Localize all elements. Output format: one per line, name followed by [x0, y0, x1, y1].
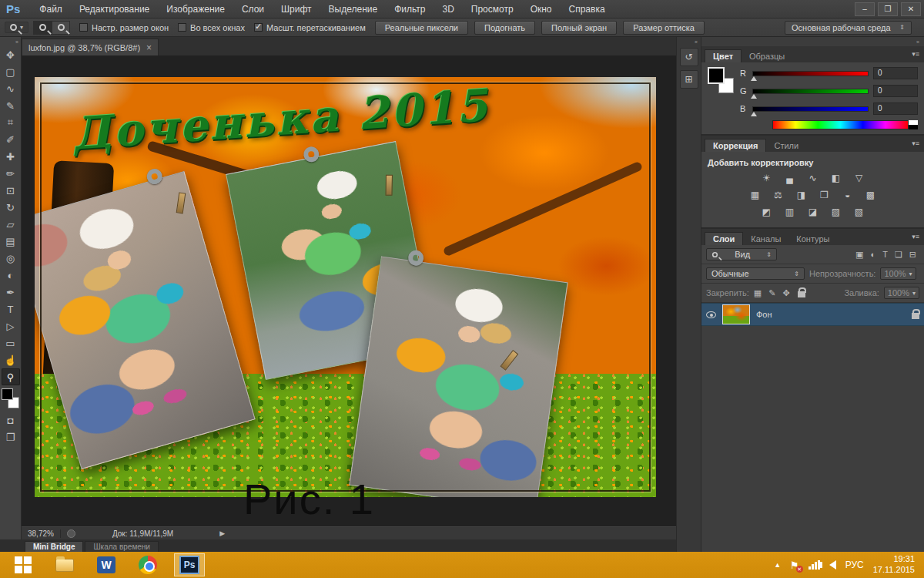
- collapse-dock-icon[interactable]: »: [701, 37, 924, 46]
- word-button[interactable]: W: [91, 553, 122, 576]
- document-canvas[interactable]: Доченька 2015: [35, 77, 656, 497]
- start-button[interactable]: [8, 553, 38, 576]
- history-brush-tool[interactable]: ↻: [2, 199, 20, 216]
- options-button[interactable]: Реальные пиксели: [375, 21, 468, 35]
- eyedropper-tool[interactable]: ✐: [2, 131, 20, 148]
- lock-option-icon[interactable]: ✎: [768, 288, 775, 298]
- adjustment-icon[interactable]: ▩: [863, 189, 879, 201]
- color-spectrum-bar[interactable]: [772, 120, 909, 129]
- quick-mask-button[interactable]: ◘: [2, 412, 20, 428]
- hand-tool[interactable]: ☝: [2, 351, 20, 368]
- blue-value-field[interactable]: 0: [873, 102, 918, 115]
- adjustment-icon[interactable]: ◩: [759, 206, 775, 218]
- clock[interactable]: 19:31 17.11.2015: [873, 554, 915, 576]
- panel-menu-icon[interactable]: ▾≡: [912, 139, 919, 147]
- history-panel-button[interactable]: ↺: [680, 48, 698, 66]
- filter-type-icon[interactable]: ❏: [895, 250, 902, 260]
- blur-tool[interactable]: ◎: [2, 250, 20, 267]
- tab-channels[interactable]: Каналы: [743, 233, 788, 245]
- zoom-level-field[interactable]: 38,72%: [22, 529, 61, 538]
- foreground-color-swatch[interactable]: [2, 388, 13, 400]
- menu-item[interactable]: Просмотр: [463, 0, 522, 18]
- red-value-field[interactable]: 0: [873, 67, 918, 79]
- layer-row-background[interactable]: Фон: [701, 303, 924, 326]
- menu-item[interactable]: Изображение: [158, 0, 233, 18]
- pen-tool[interactable]: ✒: [2, 284, 20, 301]
- menu-item[interactable]: Выделение: [320, 0, 387, 18]
- zoom-out-button[interactable]: [52, 21, 70, 35]
- lock-option-icon[interactable]: ▦: [754, 288, 762, 298]
- menu-item[interactable]: Окно: [522, 0, 561, 18]
- lock-option-icon[interactable]: ✥: [782, 288, 789, 298]
- quick-selection-tool[interactable]: ✎: [2, 97, 20, 114]
- window-control-button[interactable]: –: [855, 2, 875, 16]
- photoshop-taskbar-button[interactable]: Ps: [174, 553, 205, 576]
- option-checkbox[interactable]: Настр. размер окон: [79, 23, 169, 32]
- properties-panel-button[interactable]: ⊞: [680, 70, 698, 89]
- panel-color-swatches[interactable]: [708, 67, 734, 93]
- filter-type-icon[interactable]: ▣: [855, 250, 863, 260]
- shape-tool[interactable]: ▭: [2, 334, 20, 351]
- tab-adjustments[interactable]: Коррекция: [705, 139, 766, 152]
- marquee-tool[interactable]: ▢: [2, 63, 20, 80]
- zoom-tool[interactable]: ⚲: [2, 368, 20, 385]
- fill-field[interactable]: 100% ▾: [884, 287, 919, 299]
- foreground-color-swatch[interactable]: [708, 67, 725, 84]
- green-value-field[interactable]: 0: [873, 85, 918, 97]
- close-tab-icon[interactable]: ×: [146, 42, 152, 53]
- options-button[interactable]: Размер оттиска: [623, 21, 705, 35]
- filter-type-icon[interactable]: ⊟: [909, 250, 916, 260]
- adjustment-icon[interactable]: ▥: [782, 206, 798, 218]
- document-tab[interactable]: luxfon.jpg @ 38,7% (RGB/8#) ×: [22, 39, 159, 55]
- screen-mode-button[interactable]: ❐: [2, 428, 20, 445]
- option-checkbox[interactable]: Масшт. перетаскиванием: [254, 23, 366, 32]
- adjustment-icon[interactable]: ◨: [794, 189, 809, 201]
- panel-menu-icon[interactable]: ▾≡: [912, 50, 919, 58]
- tab-swatches[interactable]: Образцы: [742, 50, 792, 62]
- tab-styles[interactable]: Стили: [766, 139, 806, 152]
- green-slider[interactable]: [752, 89, 869, 94]
- healing-brush-tool[interactable]: ✚: [2, 148, 20, 165]
- status-menu-arrow-icon[interactable]: ▶: [219, 529, 225, 537]
- clone-stamp-tool[interactable]: ⊡: [2, 182, 20, 199]
- adjustment-icon[interactable]: ◪: [805, 206, 821, 218]
- slider-thumb[interactable]: [751, 76, 757, 81]
- opacity-field[interactable]: 100% ▾: [880, 267, 916, 280]
- adjustment-icon[interactable]: ❐: [817, 189, 832, 201]
- type-tool[interactable]: T: [2, 301, 20, 318]
- blend-mode-dropdown[interactable]: Обычные ⇕: [706, 267, 805, 280]
- menu-item[interactable]: Слои: [233, 0, 273, 18]
- adjustment-icon[interactable]: ▽: [852, 172, 867, 184]
- panel-menu-icon[interactable]: ▾≡: [912, 233, 919, 240]
- slider-thumb[interactable]: [751, 94, 757, 99]
- adjustment-icon[interactable]: ▨: [829, 206, 844, 218]
- adjustment-icon[interactable]: ☀: [759, 172, 775, 184]
- window-control-button[interactable]: ✕: [901, 2, 921, 16]
- red-slider[interactable]: [752, 71, 869, 76]
- adjustment-icon[interactable]: ◧: [829, 172, 844, 184]
- adjustment-icon[interactable]: ▦: [748, 189, 763, 201]
- adjustment-icon[interactable]: ▄: [782, 172, 798, 184]
- zoom-in-button[interactable]: [33, 21, 52, 35]
- workspace-switcher[interactable]: Основная рабочая среда ⇕: [785, 21, 912, 35]
- filter-type-icon[interactable]: T: [882, 250, 888, 260]
- expand-dock-icon[interactable]: «: [695, 39, 698, 45]
- collapse-arrows-icon[interactable]: »: [15, 39, 18, 45]
- blue-slider[interactable]: [752, 106, 869, 112]
- move-tool[interactable]: ✥: [2, 46, 20, 63]
- gradient-tool[interactable]: ▤: [2, 233, 20, 250]
- menu-item[interactable]: Фильтр: [386, 0, 434, 18]
- lasso-tool[interactable]: ∿: [2, 80, 20, 97]
- menu-item[interactable]: Шрифт: [273, 0, 320, 18]
- bottom-tab[interactable]: Mini Bridge: [25, 541, 83, 552]
- slider-thumb[interactable]: [751, 112, 757, 116]
- visibility-eye-icon[interactable]: [706, 311, 716, 318]
- tool-preset-picker[interactable]: ▾: [5, 22, 28, 33]
- hidden-icons-arrow[interactable]: ▲: [774, 561, 781, 569]
- tab-paths[interactable]: Контуры: [788, 233, 837, 245]
- adjustment-icon[interactable]: ⚖: [771, 189, 786, 201]
- menu-item[interactable]: Редактирование: [71, 0, 158, 18]
- spectrum-bw-swatch[interactable]: [909, 120, 918, 129]
- tab-layers[interactable]: Слои: [705, 232, 743, 245]
- lock-all-icon[interactable]: [798, 291, 805, 297]
